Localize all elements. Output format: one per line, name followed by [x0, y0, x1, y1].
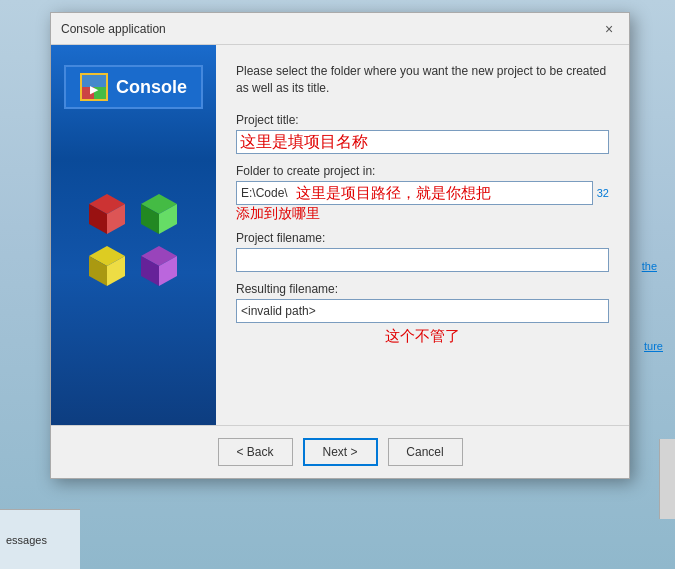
cube-red [84, 189, 130, 235]
right-panel: Please select the folder where you want … [216, 45, 629, 425]
bg-link1[interactable]: the [642, 260, 657, 272]
bg-messages-bar: essages [0, 509, 80, 569]
folder-row: 这里是项目路径，就是你想把 32 [236, 181, 609, 205]
resulting-wrapper [236, 299, 609, 323]
cubes-grid [84, 189, 184, 289]
folder-link[interactable]: 32 [597, 187, 609, 199]
resulting-annotation-row: 这个不管了 [236, 327, 609, 346]
folder-label: Folder to create project in: [236, 164, 609, 178]
console-label: Console [116, 77, 187, 98]
button-row: < Back Next > Cancel [51, 425, 629, 478]
dialog-description: Please select the folder where you want … [236, 63, 609, 97]
folder-group: Folder to create project in: 这里是项目路径，就是你… [236, 164, 609, 221]
dialog-title: Console application [61, 22, 166, 36]
resulting-filename-label: Resulting filename: [236, 282, 609, 296]
cube-green [136, 189, 182, 235]
resulting-filename-group: Resulting filename: 这个不管了 [236, 282, 609, 346]
console-icon: ▶ [80, 73, 108, 101]
project-filename-input[interactable] [236, 248, 609, 272]
left-panel: ▶ Console [51, 45, 216, 425]
dialog-window: Console application × ▶ Console [50, 12, 630, 479]
project-title-wrapper: 这里是填项目名称 [236, 130, 609, 154]
console-logo-box: ▶ Console [64, 65, 203, 109]
cube-yellow [84, 241, 130, 287]
cancel-button[interactable]: Cancel [388, 438, 463, 466]
close-button[interactable]: × [599, 19, 619, 39]
dialog-body: ▶ Console [51, 45, 629, 425]
folder-annotation2: 添加到放哪里 [236, 206, 320, 221]
project-title-input[interactable] [236, 130, 609, 154]
folder-annotation: 这里是项目路径，就是你想把 [296, 184, 491, 203]
bg-link2[interactable]: ture [644, 340, 663, 352]
cube-purple [136, 241, 182, 287]
resulting-filename-input[interactable] [236, 299, 609, 323]
project-title-group: Project title: 这里是填项目名称 [236, 113, 609, 154]
folder-annotation2-row: 添加到放哪里 [236, 205, 609, 221]
back-button[interactable]: < Back [218, 438, 293, 466]
messages-label: essages [6, 534, 47, 546]
project-title-label: Project title: [236, 113, 609, 127]
bg-scrollbar[interactable] [659, 439, 675, 519]
project-filename-label: Project filename: [236, 231, 609, 245]
next-button[interactable]: Next > [303, 438, 378, 466]
resulting-annotation: 这个不管了 [385, 328, 460, 344]
svg-text:▶: ▶ [90, 84, 99, 95]
project-filename-group: Project filename: [236, 231, 609, 272]
title-bar: Console application × [51, 13, 629, 45]
